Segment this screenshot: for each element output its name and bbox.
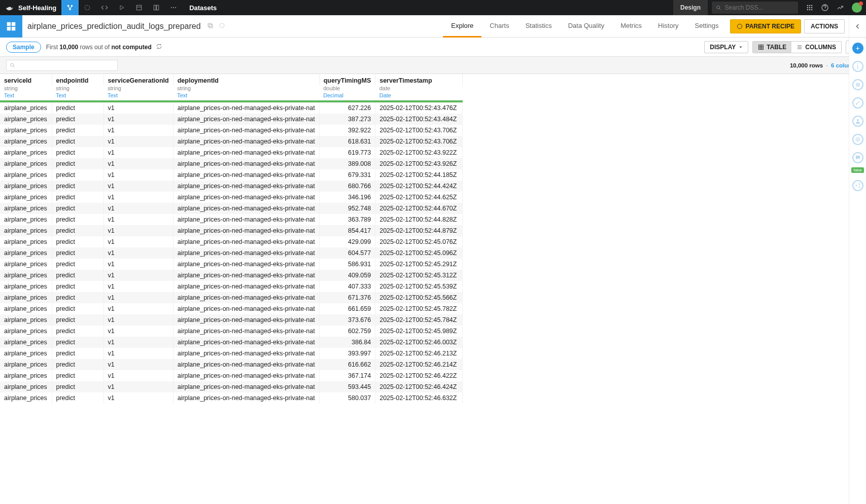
svg-rect-23 — [7, 26, 11, 30]
dataset-icon[interactable] — [0, 15, 22, 38]
breadcrumb[interactable]: Datasets — [182, 4, 224, 12]
dataset-title: airplane_prices_prediction_audit_logs_pr… — [27, 22, 201, 31]
recipe-icon — [737, 23, 743, 29]
nav-icon-4[interactable] — [130, 0, 148, 15]
project-name: Self-Healing — [18, 4, 56, 12]
svg-point-7 — [171, 7, 172, 8]
search-box[interactable] — [712, 2, 798, 14]
dataset-tabs: ExploreChartsStatisticsData QualityMetri… — [443, 15, 726, 38]
help-icon[interactable] — [817, 0, 833, 15]
rail-info-icon[interactable]: i — [852, 61, 863, 72]
right-rail: + i ✓ New — [849, 38, 866, 74]
refresh-icon[interactable] — [156, 43, 162, 51]
flow-icon[interactable] — [61, 0, 79, 15]
design-button[interactable]: Design — [673, 0, 708, 15]
svg-point-27 — [220, 23, 224, 28]
parent-recipe-label: PARENT RECIPE — [746, 23, 794, 30]
svg-rect-29 — [759, 45, 764, 49]
view-toggle: TABLE COLUMNS — [752, 41, 842, 53]
tab-explore[interactable]: Explore — [443, 15, 481, 38]
nav-icon-1[interactable] — [79, 0, 96, 15]
tab-metrics[interactable]: Metrics — [612, 15, 650, 38]
rail-add-icon[interactable]: + — [852, 43, 863, 54]
svg-rect-22 — [12, 22, 15, 25]
svg-point-9 — [175, 7, 176, 8]
table-label: TABLE — [767, 44, 786, 51]
svg-rect-21 — [7, 22, 11, 25]
svg-rect-14 — [807, 7, 808, 8]
svg-rect-12 — [809, 5, 810, 6]
copy-icon[interactable] — [207, 22, 214, 30]
activity-icon[interactable] — [833, 0, 848, 15]
svg-rect-26 — [208, 23, 212, 27]
tab-history[interactable]: History — [650, 15, 686, 38]
sample-info: First 10,000 rows out of not computed — [46, 44, 152, 51]
svg-point-10 — [717, 6, 720, 9]
svg-rect-25 — [209, 24, 213, 28]
svg-point-8 — [173, 7, 174, 8]
columns-icon — [796, 44, 803, 50]
more-icon[interactable] — [165, 0, 182, 15]
search-icon — [10, 62, 16, 68]
top-nav: Self-Healing Datasets Design — [0, 0, 866, 15]
svg-rect-24 — [12, 26, 15, 30]
nav-icon-5[interactable] — [148, 0, 165, 15]
filter-bar: 10,000 rows · 6 columns — [0, 57, 866, 74]
code-icon[interactable] — [96, 0, 113, 15]
tab-statistics[interactable]: Statistics — [517, 15, 560, 38]
svg-point-30 — [11, 63, 14, 66]
svg-rect-4 — [136, 5, 141, 10]
table-icon — [758, 44, 764, 50]
tab-settings[interactable]: Settings — [687, 15, 727, 38]
watch-icon[interactable] — [219, 22, 225, 30]
collapse-panel-icon[interactable] — [849, 15, 866, 38]
search-icon — [716, 5, 722, 11]
project-home[interactable]: Self-Healing — [0, 3, 61, 12]
tab-data-quality[interactable]: Data Quality — [560, 15, 613, 38]
display-label: DISPLAY — [710, 44, 736, 51]
display-dropdown[interactable]: DISPLAY — [704, 41, 748, 53]
svg-rect-17 — [807, 9, 808, 10]
tab-charts[interactable]: Charts — [481, 15, 517, 38]
columns-label: COLUMNS — [805, 44, 836, 51]
svg-rect-5 — [154, 5, 156, 10]
column-filter-input[interactable] — [6, 60, 118, 71]
bird-icon — [5, 3, 14, 12]
parent-recipe-button[interactable]: PARENT RECIPE — [730, 19, 801, 33]
svg-point-3 — [85, 5, 89, 10]
svg-rect-16 — [811, 7, 812, 8]
svg-rect-15 — [809, 7, 810, 8]
chevron-down-icon — [739, 45, 743, 49]
apps-icon[interactable] — [802, 0, 817, 15]
svg-rect-18 — [809, 9, 810, 10]
svg-rect-6 — [157, 5, 159, 10]
dataset-header: airplane_prices_prediction_audit_logs_pr… — [0, 15, 866, 38]
run-icon[interactable] — [113, 0, 130, 15]
columns-view-button[interactable]: COLUMNS — [791, 42, 841, 53]
actions-button[interactable]: ACTIONS — [804, 19, 845, 33]
svg-point-28 — [737, 24, 742, 28]
svg-rect-11 — [807, 5, 808, 6]
user-avatar[interactable] — [852, 3, 862, 13]
svg-rect-19 — [811, 9, 812, 10]
svg-rect-13 — [811, 5, 812, 6]
notification-dot — [859, 2, 863, 6]
table-view-button[interactable]: TABLE — [753, 42, 791, 53]
explore-toolbar: Sample First 10,000 rows out of not comp… — [0, 38, 866, 57]
sample-button[interactable]: Sample — [6, 42, 41, 53]
search-input[interactable] — [725, 4, 794, 11]
